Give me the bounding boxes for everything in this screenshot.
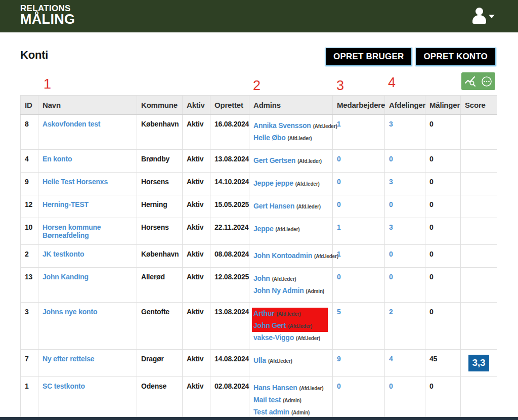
afdelinger-link[interactable]: 3	[389, 178, 393, 186]
admin-link[interactable]: Gert Hansen	[253, 202, 294, 210]
cell-afdelinger: 3	[385, 173, 425, 195]
admin-entry: Helle Øbo(Afd.leder)	[253, 132, 328, 144]
opret-konto-button[interactable]: OPRET KONTO	[416, 48, 495, 65]
cell-score	[461, 376, 497, 420]
cell-kommune: Brøndby	[137, 150, 183, 173]
afdelinger-link[interactable]: 0	[389, 155, 393, 163]
cell-kommune: Horsens	[137, 218, 183, 245]
medarbejdere-link[interactable]: 0	[337, 382, 341, 390]
cell-admins: John(Afd.leder)John Ny Admin(Admin)	[249, 268, 333, 303]
cell-malinger: 0	[425, 150, 461, 173]
medarbejdere-link[interactable]: 1	[337, 250, 341, 258]
admin-link[interactable]: Test admin	[253, 408, 289, 416]
afdelinger-link[interactable]: 3	[389, 120, 393, 128]
afdelinger-link[interactable]: 0	[389, 273, 393, 281]
medarbejdere-link[interactable]: 0	[337, 200, 341, 208]
score-badge: 3,3	[468, 355, 490, 371]
medarbejdere-link[interactable]: 1	[337, 120, 341, 128]
medarbejdere-link[interactable]: 0	[337, 155, 341, 163]
account-link[interactable]: John Kanding	[42, 273, 89, 281]
table-row: 2JK testkontoKøbenhavnAktiv08.08.2024Joh…	[21, 245, 497, 268]
admin-link[interactable]: Jeppe	[253, 225, 273, 233]
table-row: 1SC testkontoOdenseAktiv02.08.2024Hans H…	[21, 376, 497, 420]
cell-aktiv: Aktiv	[183, 268, 210, 303]
table-row: 7Ny efter rettelseDragørAktiv14.08.2024U…	[21, 350, 497, 377]
admin-link[interactable]: Arthur	[253, 309, 275, 317]
afdelinger-link[interactable]: 4	[389, 355, 393, 363]
user-menu-button[interactable]	[468, 7, 495, 25]
account-link[interactable]: Johns nye konto	[42, 308, 97, 316]
action-buttons: OPRET BRUGER OPRET KONTO	[326, 48, 495, 65]
admin-link[interactable]: vakse-Viggo	[253, 333, 294, 342]
admin-role-label: (Afd.leder)	[297, 158, 322, 164]
admin-role-label: (Afd.leder)	[275, 227, 299, 232]
account-link[interactable]: Herning-TEST	[42, 200, 89, 208]
account-link[interactable]: En konto	[42, 155, 72, 163]
admin-role-label: (Admin)	[291, 410, 310, 415]
cell-score	[461, 218, 497, 245]
column-header-afdelinger: Afdelinger	[385, 96, 425, 115]
cell-oprettet: 12.08.2025	[210, 268, 249, 303]
medarbejdere-link[interactable]: 9	[337, 355, 341, 363]
cell-aktiv: Aktiv	[183, 376, 210, 420]
cell-score	[461, 268, 497, 303]
account-link[interactable]: SC testkonto	[42, 382, 85, 390]
table-tools-button[interactable]	[461, 72, 495, 90]
medarbejdere-link[interactable]: 5	[337, 308, 341, 316]
admin-link[interactable]: John	[253, 274, 270, 282]
column-header-aktiv: Aktiv	[183, 96, 210, 115]
table-row: 4En kontoBrøndbyAktiv13.08.2024Gert Gert…	[21, 150, 497, 173]
admin-link[interactable]: Helle Øbo	[253, 134, 286, 142]
afdelinger-link[interactable]: 0	[389, 200, 393, 208]
accounts-table: IDNavnKommuneAktivOprettetAdminsMedarbej…	[20, 95, 497, 420]
admin-link[interactable]: Ulla	[253, 356, 266, 364]
admin-role-label: (Afd.leder)	[299, 386, 324, 391]
account-link[interactable]: Horsen kommune Børneafdeling	[42, 223, 101, 239]
admin-link[interactable]: Jeppe jeppe	[253, 179, 293, 187]
admin-role-label: (Afd.leder)	[288, 136, 312, 141]
admin-link[interactable]: John Kontoadmin	[253, 251, 312, 260]
cell-score	[461, 150, 497, 173]
afdelinger-link[interactable]: 0	[389, 250, 393, 258]
account-link[interactable]: Askovfonden test	[42, 120, 100, 128]
medarbejdere-link[interactable]: 0	[337, 178, 341, 186]
cell-kommune: København	[137, 115, 183, 150]
cell-afdelinger: 0	[385, 245, 425, 268]
afdelinger-link[interactable]: 0	[389, 382, 393, 390]
table-row: 9Helle Test HorsenxsHorsensAktiv14.10.20…	[21, 173, 497, 195]
cell-medarbejdere: 1	[333, 115, 385, 150]
account-link[interactable]: Ny efter rettelse	[42, 355, 94, 363]
admin-entry: John Gert(Afd.leder)	[252, 320, 328, 332]
page-title: Konti	[20, 49, 48, 62]
cell-oprettet: 22.11.2024	[210, 218, 249, 245]
medarbejdere-link[interactable]: 1	[337, 223, 341, 231]
admin-link[interactable]: Mail test	[253, 396, 281, 404]
cell-kommune: Gentofte	[137, 303, 183, 350]
annotation-number-4: 4	[388, 76, 396, 90]
admin-link[interactable]: John Ny Admin	[253, 286, 304, 295]
user-icon	[471, 7, 488, 24]
admin-link[interactable]: Gert Gertsen	[253, 156, 295, 164]
cell-admins: Gert Gertsen(Afd.leder)	[249, 150, 333, 173]
cell-malinger: 0	[425, 376, 461, 420]
afdelinger-link[interactable]: 2	[389, 308, 393, 316]
cell-kommune: Herning	[137, 195, 183, 218]
account-link[interactable]: JK testkonto	[42, 250, 84, 258]
admin-link[interactable]: Hans Hansen	[253, 384, 297, 392]
admin-entry: John Ny Admin(Admin)	[253, 285, 328, 297]
opret-bruger-button[interactable]: OPRET BRUGER	[326, 48, 411, 65]
cell-malinger: 0	[425, 218, 461, 245]
medarbejdere-link[interactable]: 0	[337, 273, 341, 281]
admin-entry: Arthur(Afd.leder)	[252, 308, 328, 320]
cell-score	[461, 245, 497, 268]
admin-role-label: (Afd.leder)	[313, 123, 337, 129]
afdelinger-link[interactable]: 3	[389, 223, 393, 231]
admin-link[interactable]: Annika Svensson	[253, 121, 311, 130]
cell-id: 12	[21, 195, 38, 218]
chevron-down-icon	[489, 15, 495, 18]
cell-aktiv: Aktiv	[183, 245, 210, 268]
cell-oprettet: 02.08.2024	[210, 376, 249, 420]
account-link[interactable]: Helle Test Horsenxs	[42, 178, 108, 186]
admin-link[interactable]: John Gert	[253, 321, 286, 329]
admin-entry: Hans Hansen(Afd.leder)	[253, 382, 328, 394]
